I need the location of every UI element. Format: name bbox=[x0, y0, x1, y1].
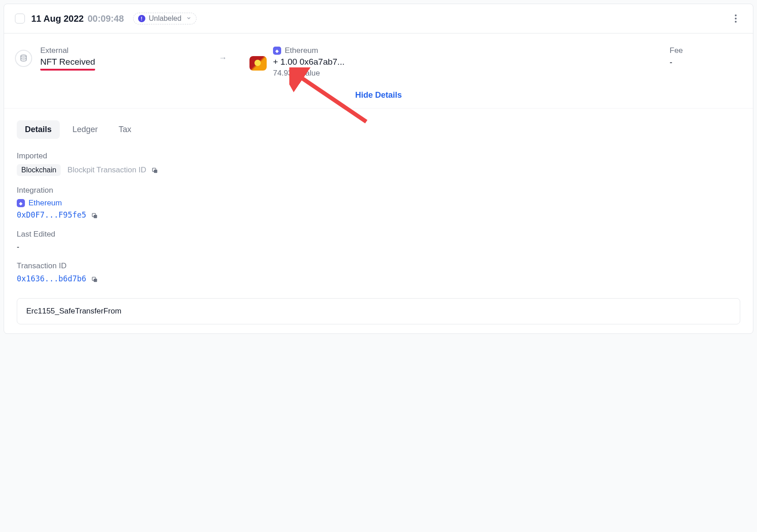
imported-text: Blockpit Transaction ID bbox=[67, 166, 146, 174]
card-header: 11 Aug 2022 00:09:48 ! Unlabeled bbox=[4, 4, 753, 33]
fee-label: Fee bbox=[670, 46, 742, 55]
transaction-body: External NFT Received → ◆ Ethereum + 1.0… bbox=[4, 33, 753, 108]
copy-icon[interactable] bbox=[91, 276, 98, 283]
ethereum-icon: ◆ bbox=[273, 47, 281, 55]
txid-link[interactable]: 0x1636...b6d7b6 bbox=[17, 274, 86, 283]
details-panel: Imported Blockchain Blockpit Transaction… bbox=[4, 139, 753, 333]
integration-label: Integration bbox=[17, 186, 740, 195]
copy-icon[interactable] bbox=[91, 212, 98, 219]
tab-ledger[interactable]: Ledger bbox=[64, 120, 106, 139]
database-icon bbox=[15, 50, 32, 67]
time-text: 00:09:48 bbox=[87, 14, 124, 24]
field-imported: Imported Blockchain Blockpit Transaction… bbox=[17, 152, 740, 176]
imported-label: Imported bbox=[17, 152, 740, 161]
transaction-card: 11 Aug 2022 00:09:48 ! Unlabeled bbox=[4, 4, 753, 334]
label-dropdown[interactable]: ! Unlabeled bbox=[133, 13, 196, 24]
txid-label: Transaction ID bbox=[17, 261, 740, 271]
chevron-down-icon bbox=[186, 14, 192, 23]
source-type: External bbox=[40, 46, 95, 55]
select-checkbox[interactable] bbox=[15, 14, 25, 24]
arrow-right-icon: → bbox=[219, 53, 227, 63]
tx-fee: Fee - bbox=[670, 46, 742, 67]
tab-tax[interactable]: Tax bbox=[110, 120, 139, 139]
action-type: NFT Received bbox=[40, 57, 95, 71]
field-last-edited: Last Edited - bbox=[17, 230, 740, 252]
last-edited-label: Last Edited bbox=[17, 230, 740, 239]
method-name: Erc1155_SafeTransferFrom bbox=[26, 307, 121, 315]
method-box: Erc1155_SafeTransferFrom bbox=[17, 298, 740, 324]
date-text: 11 Aug 2022 bbox=[31, 14, 84, 24]
timestamp: 11 Aug 2022 00:09:48 bbox=[31, 14, 124, 24]
action-label: NFT Received bbox=[40, 57, 95, 71]
nft-thumbnail bbox=[249, 56, 267, 71]
ethereum-icon: ◆ bbox=[17, 199, 25, 207]
tx-source: External NFT Received bbox=[15, 46, 178, 71]
chain-name: Ethereum bbox=[285, 46, 318, 55]
label-text: Unlabeled bbox=[149, 14, 182, 23]
copy-icon[interactable] bbox=[151, 167, 158, 174]
integration-chain-link[interactable]: ◆ Ethereum bbox=[17, 199, 740, 208]
asset-value: 74.93 $ Value bbox=[273, 69, 345, 78]
tab-details[interactable]: Details bbox=[17, 120, 60, 139]
tx-asset: ◆ Ethereum + 1.00 0x6a7ab7... 74.93 $ Va… bbox=[249, 46, 647, 78]
fee-value: - bbox=[670, 58, 742, 67]
toggle-details-button[interactable]: Hide Details bbox=[15, 78, 742, 108]
integration-chain-name: Ethereum bbox=[29, 199, 62, 208]
integration-address-link[interactable]: 0xD0F7...F95fe5 bbox=[17, 210, 86, 219]
asset-amount: + 1.00 0x6a7ab7... bbox=[273, 57, 345, 67]
last-edited-value: - bbox=[17, 242, 740, 252]
asset-chain: ◆ Ethereum bbox=[273, 46, 345, 55]
info-icon: ! bbox=[138, 15, 145, 22]
field-integration: Integration ◆ Ethereum 0xD0F7...F95fe5 bbox=[17, 186, 740, 220]
svg-point-0 bbox=[21, 55, 26, 57]
tabs: Details Ledger Tax bbox=[4, 109, 753, 139]
more-menu-button[interactable] bbox=[729, 12, 742, 25]
imported-source-pill: Blockchain bbox=[17, 164, 61, 176]
field-transaction-id: Transaction ID 0x1636...b6d7b6 bbox=[17, 261, 740, 284]
